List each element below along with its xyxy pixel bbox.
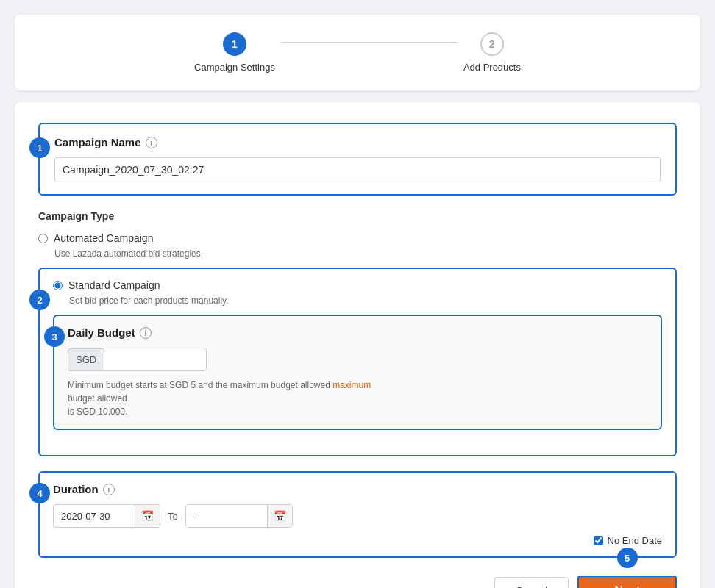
campaign-name-section: 1 Campaign Name i [38,123,677,196]
step-2-item: 2 Add Products [463,32,521,73]
budget-input[interactable] [104,348,207,371]
budget-hint-highlight: maximum [332,380,371,390]
campaign-type-section: Campaign Type Automated Campaign Use Laz… [38,210,677,456]
duration-section: 4 Duration i 📅 To 📅 No End Date [38,471,677,558]
daily-budget-info-icon[interactable]: i [140,327,152,339]
badge-2: 2 [29,290,50,310]
no-end-date-row: No End Date [53,535,662,546]
start-date-calendar-icon[interactable]: 📅 [135,505,160,527]
start-date-input[interactable] [54,506,135,527]
duration-row: 📅 To 📅 [53,504,662,528]
step-1-circle: 1 [223,32,246,56]
no-end-date-label[interactable]: No End Date [608,535,662,546]
duration-info-icon[interactable]: i [103,484,115,495]
end-date-wrapper: 📅 [185,504,293,528]
step-1-label: Campaign Settings [194,62,275,73]
standard-label[interactable]: Standard Campaign [68,279,160,291]
step-line [281,42,458,43]
next-button[interactable]: Next [577,576,677,588]
to-label: To [168,511,178,522]
currency-label: SGD [68,348,104,371]
next-btn-wrapper: 5 Next [577,576,677,588]
badge-1: 1 [29,137,50,158]
step-2-label: Add Products [463,62,521,73]
end-date-input[interactable] [186,506,267,527]
automated-desc: Use Lazada automated bid strategies. [54,248,677,259]
cancel-button[interactable]: Cancel [494,577,569,588]
campaign-type-title: Campaign Type [38,210,677,222]
campaign-name-info-icon[interactable]: i [146,137,157,148]
daily-budget-title: Daily Budget i [68,326,647,339]
badge-4: 4 [29,483,50,503]
budget-input-row: SGD [68,348,647,371]
automated-label[interactable]: Automated Campaign [54,232,153,244]
daily-budget-section: 3 Daily Budget i SGD Minimum budget star… [53,315,662,430]
step-card: 1 Campaign Settings 2 Add Products [15,15,700,90]
automated-radio[interactable] [38,234,48,243]
end-date-calendar-icon[interactable]: 📅 [267,505,292,527]
step-2-circle: 2 [480,32,504,56]
action-bar: Cancel 5 Next [38,576,677,588]
standard-desc: Set bid price for each products manually… [69,295,662,306]
badge-3: 3 [44,326,65,347]
standard-campaign-section: 2 Standard Campaign Set bid price for ea… [38,268,677,456]
page-container: 1 Campaign Settings 2 Add Products 1 Cam… [15,15,700,588]
automated-campaign-option[interactable]: Automated Campaign [38,232,677,244]
standard-radio[interactable] [53,281,63,290]
budget-hint: Minimum budget starts at SGD 5 and the m… [68,379,377,418]
standard-campaign-option[interactable]: Standard Campaign [53,279,662,291]
campaign-name-input[interactable] [54,157,661,182]
form-card: 1 Campaign Name i Campaign Type Automate… [15,102,700,588]
duration-title: Duration i [53,483,662,495]
start-date-wrapper: 📅 [53,504,160,528]
step-1-item: 1 Campaign Settings [194,32,275,73]
no-end-date-checkbox[interactable] [594,536,603,545]
campaign-name-title: Campaign Name i [54,136,661,148]
step-indicator: 1 Campaign Settings 2 Add Products [44,32,671,73]
badge-5: 5 [617,548,638,568]
